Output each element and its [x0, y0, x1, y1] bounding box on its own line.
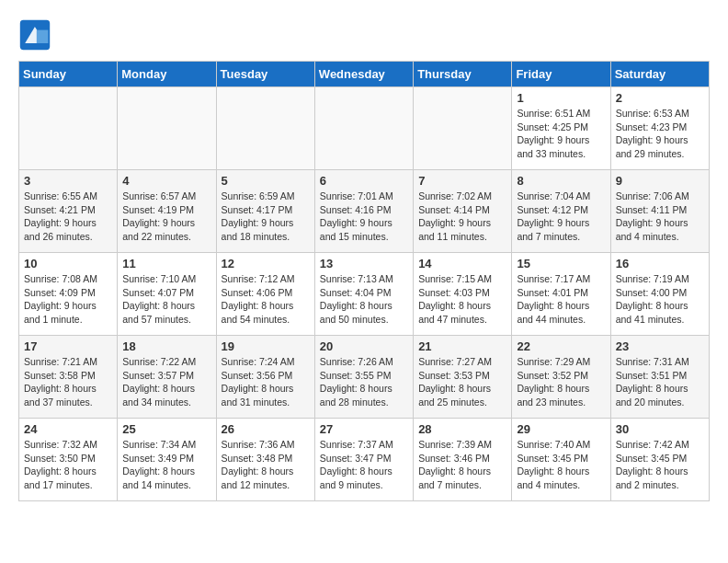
day-number: 29	[517, 422, 605, 436]
header-wednesday: Wednesday	[314, 62, 413, 87]
cell-week4-day0: 24Sunrise: 7:32 AM Sunset: 3:50 PM Dayli…	[19, 419, 118, 501]
day-info: Sunrise: 6:51 AM Sunset: 4:25 PM Dayligh…	[517, 107, 605, 161]
week-row-3: 17Sunrise: 7:21 AM Sunset: 3:58 PM Dayli…	[19, 336, 710, 419]
header-monday: Monday	[118, 62, 216, 87]
day-number: 27	[320, 422, 408, 436]
cell-week1-day5: 8Sunrise: 7:04 AM Sunset: 4:12 PM Daylig…	[512, 170, 610, 253]
day-number: 5	[222, 174, 310, 188]
week-row-2: 10Sunrise: 7:08 AM Sunset: 4:09 PM Dayli…	[19, 253, 710, 336]
day-info: Sunrise: 7:31 AM Sunset: 3:51 PM Dayligh…	[616, 355, 704, 409]
cell-week0-day3	[314, 87, 413, 170]
day-info: Sunrise: 7:06 AM Sunset: 4:11 PM Dayligh…	[616, 190, 704, 244]
day-number: 22	[517, 339, 605, 353]
day-number: 10	[24, 257, 112, 270]
cell-week4-day3: 27Sunrise: 7:37 AM Sunset: 3:47 PM Dayli…	[314, 419, 413, 501]
logo-icon	[18, 18, 51, 52]
cell-week0-day1	[118, 87, 216, 170]
cell-week0-day5: 1Sunrise: 6:51 AM Sunset: 4:25 PM Daylig…	[512, 87, 610, 170]
cell-week2-day5: 15Sunrise: 7:17 AM Sunset: 4:01 PM Dayli…	[512, 253, 610, 336]
day-info: Sunrise: 7:15 AM Sunset: 4:03 PM Dayligh…	[418, 272, 506, 327]
day-info: Sunrise: 7:26 AM Sunset: 3:55 PM Dayligh…	[320, 355, 408, 409]
day-number: 3	[24, 174, 112, 188]
day-number: 1	[517, 91, 605, 105]
day-info: Sunrise: 7:42 AM Sunset: 3:45 PM Dayligh…	[616, 438, 704, 492]
day-info: Sunrise: 7:12 AM Sunset: 4:06 PM Dayligh…	[222, 272, 310, 327]
cell-week4-day2: 26Sunrise: 7:36 AM Sunset: 3:48 PM Dayli…	[216, 419, 314, 501]
day-number: 9	[616, 174, 704, 188]
day-info: Sunrise: 7:22 AM Sunset: 3:57 PM Dayligh…	[122, 355, 210, 409]
day-info: Sunrise: 7:19 AM Sunset: 4:00 PM Dayligh…	[616, 272, 704, 327]
week-row-0: 1Sunrise: 6:51 AM Sunset: 4:25 PM Daylig…	[19, 87, 710, 170]
cell-week2-day1: 11Sunrise: 7:10 AM Sunset: 4:07 PM Dayli…	[118, 253, 216, 336]
day-info: Sunrise: 7:17 AM Sunset: 4:01 PM Dayligh…	[517, 272, 605, 327]
day-info: Sunrise: 7:37 AM Sunset: 3:47 PM Dayligh…	[320, 438, 408, 492]
day-info: Sunrise: 7:32 AM Sunset: 3:50 PM Dayligh…	[24, 438, 112, 492]
cell-week2-day6: 16Sunrise: 7:19 AM Sunset: 4:00 PM Dayli…	[610, 253, 709, 336]
day-info: Sunrise: 7:29 AM Sunset: 3:52 PM Dayligh…	[517, 355, 605, 409]
day-info: Sunrise: 7:34 AM Sunset: 3:49 PM Dayligh…	[122, 438, 210, 492]
cell-week3-day5: 22Sunrise: 7:29 AM Sunset: 3:52 PM Dayli…	[512, 336, 610, 419]
day-info: Sunrise: 7:04 AM Sunset: 4:12 PM Dayligh…	[517, 190, 605, 244]
day-number: 23	[616, 339, 704, 353]
day-info: Sunrise: 7:27 AM Sunset: 3:53 PM Dayligh…	[418, 355, 506, 409]
header-tuesday: Tuesday	[216, 62, 314, 87]
day-info: Sunrise: 7:01 AM Sunset: 4:16 PM Dayligh…	[320, 190, 408, 244]
week-row-1: 3Sunrise: 6:55 AM Sunset: 4:21 PM Daylig…	[19, 170, 710, 253]
day-number: 26	[222, 422, 310, 436]
header-row: SundayMondayTuesdayWednesdayThursdayFrid…	[19, 62, 710, 87]
day-number: 20	[320, 339, 408, 353]
cell-week1-day2: 5Sunrise: 6:59 AM Sunset: 4:17 PM Daylig…	[216, 170, 314, 253]
day-number: 11	[122, 257, 210, 270]
cell-week2-day3: 13Sunrise: 7:13 AM Sunset: 4:04 PM Dayli…	[314, 253, 413, 336]
cell-week1-day6: 9Sunrise: 7:06 AM Sunset: 4:11 PM Daylig…	[610, 170, 709, 253]
calendar-table: SundayMondayTuesdayWednesdayThursdayFrid…	[18, 61, 710, 501]
day-info: Sunrise: 6:55 AM Sunset: 4:21 PM Dayligh…	[24, 190, 112, 244]
day-number: 4	[122, 174, 210, 188]
day-number: 15	[517, 257, 605, 270]
cell-week2-day4: 14Sunrise: 7:15 AM Sunset: 4:03 PM Dayli…	[414, 253, 512, 336]
day-number: 14	[418, 257, 506, 270]
day-number: 17	[24, 339, 112, 353]
header-saturday: Saturday	[610, 62, 709, 87]
day-info: Sunrise: 7:13 AM Sunset: 4:04 PM Dayligh…	[320, 272, 408, 327]
day-info: Sunrise: 7:24 AM Sunset: 3:56 PM Dayligh…	[222, 355, 310, 409]
header-thursday: Thursday	[414, 62, 512, 87]
day-info: Sunrise: 7:08 AM Sunset: 4:09 PM Dayligh…	[24, 272, 112, 327]
day-number: 6	[320, 174, 408, 188]
cell-week3-day6: 23Sunrise: 7:31 AM Sunset: 3:51 PM Dayli…	[610, 336, 709, 419]
day-number: 12	[222, 257, 310, 270]
header-friday: Friday	[512, 62, 610, 87]
day-number: 25	[122, 422, 210, 436]
week-row-4: 24Sunrise: 7:32 AM Sunset: 3:50 PM Dayli…	[19, 419, 710, 501]
cell-week3-day0: 17Sunrise: 7:21 AM Sunset: 3:58 PM Dayli…	[19, 336, 118, 419]
day-info: Sunrise: 7:40 AM Sunset: 3:45 PM Dayligh…	[517, 438, 605, 492]
cell-week3-day3: 20Sunrise: 7:26 AM Sunset: 3:55 PM Dayli…	[314, 336, 413, 419]
day-info: Sunrise: 7:36 AM Sunset: 3:48 PM Dayligh…	[222, 438, 310, 492]
cell-week0-day0	[19, 87, 118, 170]
day-number: 2	[616, 91, 704, 105]
day-info: Sunrise: 7:02 AM Sunset: 4:14 PM Dayligh…	[418, 190, 506, 244]
cell-week4-day6: 30Sunrise: 7:42 AM Sunset: 3:45 PM Dayli…	[610, 419, 709, 501]
cell-week2-day0: 10Sunrise: 7:08 AM Sunset: 4:09 PM Dayli…	[19, 253, 118, 336]
day-number: 30	[616, 422, 704, 436]
svg-marker-3	[37, 30, 49, 43]
cell-week3-day1: 18Sunrise: 7:22 AM Sunset: 3:57 PM Dayli…	[118, 336, 216, 419]
cell-week0-day2	[216, 87, 314, 170]
cell-week1-day4: 7Sunrise: 7:02 AM Sunset: 4:14 PM Daylig…	[414, 170, 512, 253]
cell-week1-day3: 6Sunrise: 7:01 AM Sunset: 4:16 PM Daylig…	[314, 170, 413, 253]
cell-week4-day4: 28Sunrise: 7:39 AM Sunset: 3:46 PM Dayli…	[414, 419, 512, 501]
cell-week3-day4: 21Sunrise: 7:27 AM Sunset: 3:53 PM Dayli…	[414, 336, 512, 419]
day-info: Sunrise: 7:21 AM Sunset: 3:58 PM Dayligh…	[24, 355, 112, 409]
cell-week3-day2: 19Sunrise: 7:24 AM Sunset: 3:56 PM Dayli…	[216, 336, 314, 419]
day-info: Sunrise: 7:39 AM Sunset: 3:46 PM Dayligh…	[418, 438, 506, 492]
day-number: 21	[418, 339, 506, 353]
day-number: 7	[418, 174, 506, 188]
day-number: 28	[418, 422, 506, 436]
day-number: 24	[24, 422, 112, 436]
cell-week0-day6: 2Sunrise: 6:53 AM Sunset: 4:23 PM Daylig…	[610, 87, 709, 170]
day-number: 19	[222, 339, 310, 353]
day-number: 13	[320, 257, 408, 270]
page-header	[18, 18, 710, 52]
cell-week0-day4	[414, 87, 512, 170]
day-number: 16	[616, 257, 704, 270]
